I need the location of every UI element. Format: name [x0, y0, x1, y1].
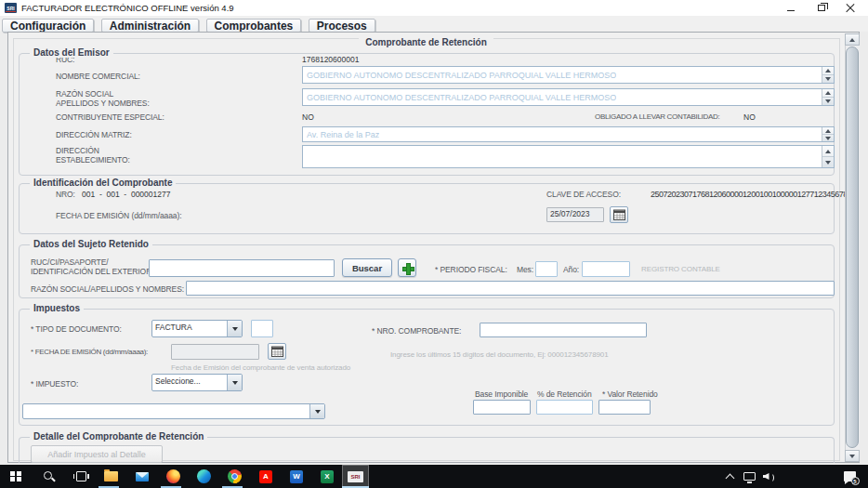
anio-label: Año: [563, 265, 579, 274]
close-button[interactable] [838, 0, 862, 16]
fecha-emision-label: FECHA DE EMISIÓN (dd/mm/aaaa): [56, 211, 181, 220]
volume-icon [763, 471, 775, 481]
retencion-input[interactable] [536, 400, 593, 415]
detalle-impuesto-combo[interactable] [22, 403, 325, 419]
identificacion-exterior-label-1: RUC/CI/PASAPORTE/ [31, 257, 108, 267]
menu-configuracion[interactable]: Configuración [2, 19, 94, 33]
direccion-establecimiento-label-2: ESTABLECIMIENTO: [56, 155, 130, 165]
razon-social-sujeto-input[interactable] [186, 281, 835, 296]
nombre-comercial-field[interactable]: GOBIERNO AUTONOMO DESCENTRALIZADO PARROQ… [302, 66, 835, 84]
menu-bar: Configuración Administración Comprobante… [0, 16, 868, 32]
direccion-establecimiento-field[interactable] [302, 145, 835, 168]
taskbar-search-button[interactable] [35, 465, 63, 488]
taskbar-firefox[interactable] [159, 465, 187, 488]
scrollbar-up-icon [849, 38, 855, 42]
spinner-up-icon[interactable] [822, 89, 834, 98]
notification-center-button[interactable]: 5 [836, 465, 862, 488]
dropdown-arrow-icon[interactable] [227, 375, 242, 390]
spinner[interactable] [822, 127, 834, 141]
mes-input[interactable] [535, 261, 558, 277]
taskbar-mail[interactable] [128, 465, 156, 488]
group-title-sujeto: Datos del Sujeto Retenido [30, 239, 152, 249]
restore-button[interactable] [809, 0, 834, 16]
codigo-documento-input[interactable] [251, 320, 273, 337]
anadir-impuesto-button[interactable]: Añadir Impuesto al Detalle [31, 445, 163, 463]
plus-icon [402, 263, 413, 273]
menu-procesos[interactable]: Procesos [309, 19, 375, 33]
registro-contable-label: REGISTRO CONTABLE [641, 265, 720, 273]
tray-expand-button[interactable] [719, 465, 740, 488]
spinner-down-icon[interactable] [822, 135, 834, 141]
valor-retenido-header: * Valor Retenido [602, 389, 658, 399]
menu-administracion[interactable]: Administración [101, 19, 199, 33]
buscar-button[interactable]: Buscar [342, 258, 392, 277]
scrollbar-down-icon [849, 455, 855, 458]
tipo-documento-combo[interactable]: FACTURA [151, 320, 243, 337]
periodo-fiscal-label: * PERIODO FISCAL: [435, 265, 507, 274]
contribuyente-especial-label: CONTRIBUYENTE ESPECIAL: [56, 112, 164, 122]
nro-comprobante-input[interactable] [480, 323, 647, 337]
dropdown-arrow-icon[interactable] [227, 321, 242, 336]
taskbar-file-explorer[interactable] [97, 465, 125, 488]
excel-icon: X [321, 470, 334, 483]
spinner[interactable] [822, 146, 834, 167]
taskbar-acrobat[interactable]: A [252, 465, 280, 488]
nro-label: NRO: [56, 190, 75, 199]
acrobat-icon: A [259, 470, 272, 483]
identificacion-exterior-label-2: IDENTIFICACIÓN DEL EXTERIOR: [31, 267, 153, 276]
fecha-emision-calendar-button[interactable] [610, 206, 628, 223]
taskbar-word[interactable]: W [283, 465, 310, 488]
identificacion-exterior-input[interactable] [149, 259, 335, 277]
razon-social-sujeto-label: RAZÓN SOCIAL/APELLIDOS Y NOMBRES: [31, 284, 184, 294]
taskbar-chrome[interactable] [220, 465, 248, 488]
tray-volume[interactable] [757, 465, 780, 488]
window-title: FACTURADOR ELECTRÓNICO OFFLINE versión 4… [21, 3, 234, 13]
title-bar: SRI FACTURADOR ELECTRÓNICO OFFLINE versi… [0, 0, 868, 16]
file-explorer-icon [104, 471, 118, 481]
valor-retenido-input[interactable] [598, 400, 651, 415]
spinner-down-icon[interactable] [822, 157, 834, 167]
spinner[interactable] [822, 89, 834, 105]
minimize-button[interactable] [779, 0, 803, 16]
add-sujeto-button[interactable] [398, 258, 416, 277]
clave-acceso-value: 2507202307176812060000120010010000012771… [651, 190, 856, 199]
fecha-emision-value: 25/07/2023 [550, 209, 590, 218]
task-view-button[interactable] [67, 465, 95, 488]
restore-icon [818, 5, 825, 11]
nro-value: 001 - 001 - 000001277 [82, 190, 170, 199]
taskbar-edge[interactable] [190, 465, 217, 488]
notification-icon: 5 [844, 471, 856, 481]
razon-social-field[interactable]: GOBIERNO AUTONOMO DESCENTRALIZADO PARROQ… [302, 88, 835, 106]
direccion-matriz-field[interactable]: Av. Reina de la Paz [302, 126, 835, 142]
dropdown-arrow-icon[interactable] [309, 404, 324, 418]
base-imponible-input[interactable] [473, 400, 531, 415]
fecha-emision-impuesto-input[interactable] [171, 344, 259, 360]
spinner-up-icon[interactable] [822, 127, 834, 135]
retencion-header: % de Retención [537, 389, 592, 399]
fecha-emision-input[interactable]: 25/07/2023 [546, 207, 604, 222]
fecha-emision-impuesto-calendar-button[interactable] [268, 343, 286, 360]
word-icon: W [290, 470, 303, 483]
taskbar-sri-facturador-active[interactable]: SRI [342, 465, 369, 488]
sri-app-icon: SRI [348, 471, 363, 482]
impuesto-label: * IMPUESTO: [31, 379, 78, 389]
taskbar-excel[interactable]: X [313, 465, 341, 488]
scrollbar-thumb[interactable] [846, 46, 859, 448]
group-title-detalle: Detalle del Comprobante de Retención [30, 431, 207, 442]
scrollbar-down-button[interactable] [845, 450, 860, 462]
spinner-up-icon[interactable] [822, 146, 834, 157]
spinner[interactable] [822, 67, 834, 83]
scrollbar-up-button[interactable] [845, 33, 860, 46]
menu-comprobantes[interactable]: Comprobantes [206, 19, 302, 33]
razon-social-value: GOBIERNO AUTONOMO DESCENTRALIZADO PARROQ… [307, 93, 616, 102]
spinner-up-icon[interactable] [822, 67, 834, 75]
app-window: SRI FACTURADOR ELECTRÓNICO OFFLINE versi… [0, 0, 868, 488]
spinner-down-icon[interactable] [822, 75, 834, 83]
windows-start-icon [10, 471, 21, 482]
direccion-matriz-value: Av. Reina de la Paz [307, 130, 379, 139]
direccion-establecimiento-label-1: DIRECCIÓN [56, 146, 99, 155]
impuesto-combo[interactable]: Seleccione... [151, 374, 243, 391]
spinner-down-icon[interactable] [822, 98, 834, 105]
start-button[interactable] [2, 465, 30, 488]
anio-input[interactable] [582, 261, 630, 277]
